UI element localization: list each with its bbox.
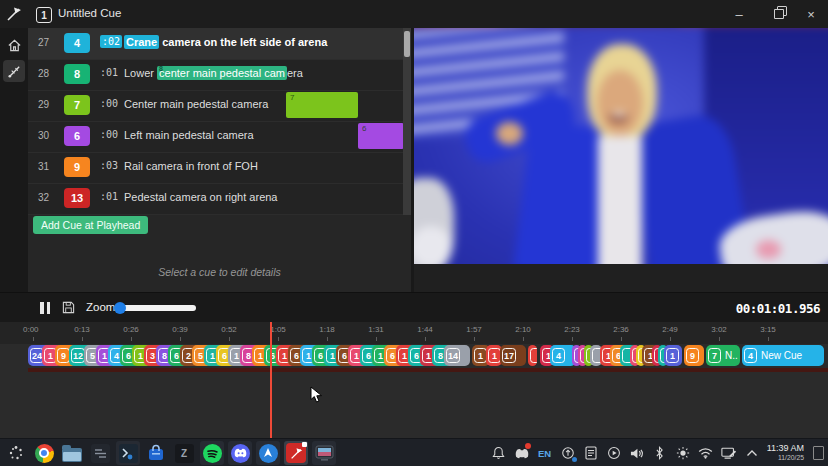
- cue-row-29[interactable]: 29 7 :00 Center main pedestal camera 7: [28, 90, 403, 122]
- cue-offset: :00: [100, 98, 118, 109]
- store-icon[interactable]: [144, 441, 168, 465]
- timeline-cue-block[interactable]: 4New Cue: [742, 345, 824, 366]
- cue-block-label: N..: [725, 350, 738, 361]
- ruler-tick-label: 0:26: [123, 325, 139, 334]
- cue-index: 30: [38, 130, 49, 141]
- discord-tray-icon[interactable]: [514, 445, 530, 461]
- timeline-cue-block[interactable]: 17: [500, 345, 526, 366]
- ruler-tick-mark: [180, 337, 181, 341]
- ruler-tick-label: 3:15: [760, 325, 776, 334]
- spotify-icon[interactable]: [200, 441, 224, 465]
- ruler-tick-mark: [523, 337, 524, 341]
- save-icon[interactable]: [62, 301, 75, 314]
- sync-icon[interactable]: [560, 445, 576, 461]
- discord-icon[interactable]: [228, 441, 252, 465]
- transport-bar: Zoom: 00:01:01.956: [0, 292, 828, 323]
- timeline-ruler[interactable]: 0:000:130:260:390:521:051:181:311:441:57…: [0, 322, 828, 344]
- scrollbar-thumb[interactable]: [404, 31, 410, 57]
- ruler-tick-label: 1:05: [270, 325, 286, 334]
- play-circle-icon[interactable]: [606, 445, 622, 461]
- file-manager-icon[interactable]: [60, 441, 84, 465]
- bell-icon[interactable]: [491, 445, 507, 461]
- cue-row-30[interactable]: 30 6 :00 Left main pedestal camera 6: [28, 121, 403, 153]
- taskbar: Z EN: [0, 438, 828, 466]
- cue-row-27[interactable]: 27 4 :02 Crane camera on the left side o…: [28, 28, 403, 60]
- cue-title: Left main pedestal camera: [124, 129, 254, 141]
- notification-dot: [302, 442, 307, 447]
- bluetooth-icon[interactable]: [652, 445, 668, 461]
- timeline-cue-block[interactable]: [528, 345, 537, 366]
- cue-block-badge: 9: [686, 348, 699, 363]
- video-preview[interactable]: [414, 28, 828, 264]
- restore-icon: [774, 9, 784, 19]
- mouse-cursor: [310, 386, 324, 404]
- zoom-slider-thumb[interactable]: [114, 302, 126, 314]
- flag-icon: [6, 6, 22, 22]
- language-indicator[interactable]: EN: [537, 445, 553, 461]
- minimize-button[interactable]: –: [722, 0, 756, 28]
- cue-index: 28: [38, 68, 49, 79]
- konqueror-icon[interactable]: [256, 441, 280, 465]
- cue-row-32[interactable]: 32 13 :01 Pedestal camera on right arena: [28, 183, 403, 215]
- cue-index: 27: [38, 37, 49, 48]
- taskbar-apps: Z: [0, 441, 336, 465]
- start-button[interactable]: [4, 441, 28, 465]
- cue-offset: :02: [100, 35, 122, 48]
- zoom-slider-track[interactable]: [118, 305, 196, 311]
- sidebar: [0, 28, 28, 292]
- timeline-tools-icon[interactable]: [3, 60, 25, 82]
- settings-console-icon[interactable]: [88, 441, 112, 465]
- volume-icon[interactable]: [629, 445, 645, 461]
- display-pen-icon[interactable]: [721, 445, 737, 461]
- cue-strip-underline: [28, 368, 828, 372]
- playhead[interactable]: [270, 322, 272, 438]
- cue-block-badge: 4: [552, 348, 565, 363]
- ruler-tick-label: 2:49: [662, 325, 678, 334]
- cue-block-badge: 4: [744, 348, 757, 363]
- system-tray: EN 11:39 AM 11/20/25: [491, 443, 828, 463]
- ruler-tick-mark: [425, 337, 426, 341]
- timeline-zone[interactable]: 0:000:130:260:390:521:051:181:311:441:57…: [0, 322, 828, 438]
- window-title: Untitled Cue: [58, 7, 121, 19]
- cue-strip: 2419125146138625161816161616161616181411…: [0, 345, 828, 367]
- timeline-cue-block[interactable]: 7N..: [706, 345, 740, 366]
- cue-ghost-block[interactable]: 7: [286, 92, 358, 118]
- monitor-app-icon[interactable]: [312, 441, 336, 465]
- terminal-icon[interactable]: [116, 441, 140, 465]
- add-cue-button[interactable]: Add Cue at Playhead: [33, 216, 148, 234]
- clipboard-icon[interactable]: [583, 445, 599, 461]
- discord-badge: [525, 443, 531, 449]
- ruler-tick-mark: [621, 337, 622, 341]
- timeline-cue-block[interactable]: 9: [684, 345, 704, 366]
- timeline-cue-block[interactable]: 1: [664, 345, 682, 366]
- camera-badge: 6: [64, 126, 90, 146]
- cue-app-icon[interactable]: [284, 441, 308, 465]
- pause-button[interactable]: [40, 302, 52, 314]
- wifi-icon[interactable]: [698, 445, 714, 461]
- cue-offset: :03: [100, 160, 118, 171]
- chevron-up-icon[interactable]: [744, 445, 760, 461]
- z-app-icon[interactable]: Z: [172, 441, 196, 465]
- cue-block-label: New Cue: [761, 350, 802, 361]
- video-frame-art: [414, 28, 828, 264]
- chrome-icon[interactable]: [32, 441, 56, 465]
- brightness-icon[interactable]: [675, 445, 691, 461]
- cue-offset: :00: [100, 129, 118, 140]
- close-button[interactable]: ×: [794, 0, 828, 28]
- titlebar: 1 Untitled Cue – ×: [0, 0, 828, 28]
- cue-number-key: 1: [36, 7, 52, 23]
- home-icon[interactable]: [3, 34, 25, 56]
- cue-row-28[interactable]: 28 8 :01 Lower 8center main pedestal cam…: [28, 59, 403, 91]
- clock[interactable]: 11:39 AM 11/20/25: [767, 443, 804, 463]
- timeline-cue-block[interactable]: 14: [444, 345, 470, 366]
- restore-button[interactable]: [762, 0, 796, 28]
- cue-title: Crane camera on the left side of arena: [124, 36, 327, 48]
- ruler-tick-mark: [33, 337, 34, 341]
- ruler-tick-label: 1:44: [417, 325, 433, 334]
- cue-ghost-block[interactable]: 6: [358, 123, 404, 149]
- cue-row-31[interactable]: 31 9 :03 Rail camera in front of FOH: [28, 152, 403, 184]
- ruler-tick-label: 1:31: [368, 325, 384, 334]
- clock-time: 11:39 AM: [767, 443, 804, 453]
- show-desktop-button[interactable]: [813, 446, 824, 460]
- ruler-tick-mark: [82, 337, 83, 341]
